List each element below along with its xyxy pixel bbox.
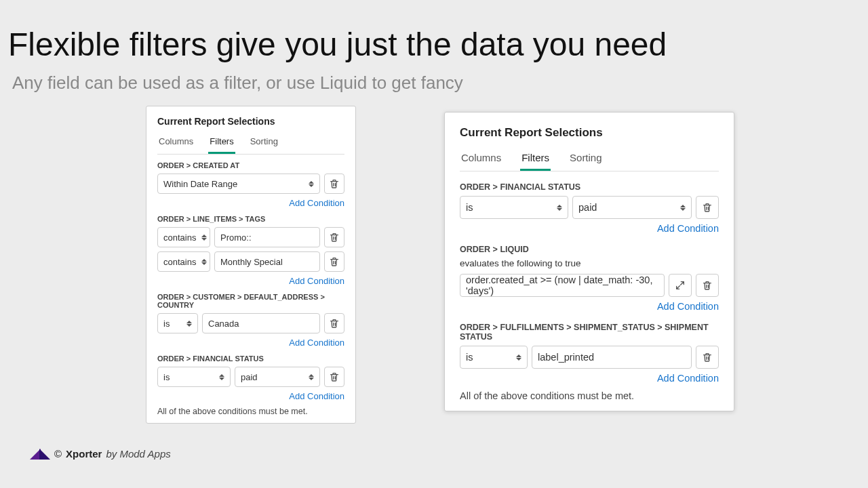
delete-button[interactable] [324, 251, 344, 272]
operator-select[interactable]: is [460, 346, 528, 369]
chevron-updown-icon [309, 181, 314, 187]
delete-button[interactable] [324, 227, 344, 247]
tab-sorting[interactable]: Sorting [249, 134, 279, 154]
select-value: contains [163, 232, 196, 243]
operator-select[interactable]: contains [157, 227, 210, 247]
add-condition-link[interactable]: Add Condition [460, 301, 719, 312]
chevron-updown-icon [219, 374, 224, 380]
filter-group-label: ORDER > CUSTOMER > DEFAULT_ADDRESS > COU… [157, 293, 344, 309]
delete-button[interactable] [696, 346, 719, 369]
chevron-updown-icon [201, 235, 207, 241]
chevron-updown-icon [680, 205, 686, 211]
chevron-updown-icon [186, 321, 192, 327]
delete-button[interactable] [324, 174, 344, 194]
add-condition-link[interactable]: Add Condition [157, 391, 344, 401]
filter-value-input[interactable]: Promo:: [214, 227, 320, 247]
delete-button[interactable] [324, 313, 344, 333]
tabs: Columns Filters Sorting [157, 134, 344, 155]
tabs: Columns Filters Sorting [460, 149, 719, 171]
trash-icon [329, 371, 340, 382]
operator-select[interactable]: is [157, 313, 198, 333]
chevron-updown-icon [201, 259, 207, 265]
trash-icon [329, 318, 340, 329]
filter-value-input[interactable]: Canada [202, 313, 320, 333]
tab-filters[interactable]: Filters [208, 134, 235, 154]
add-condition-link[interactable]: Add Condition [460, 373, 719, 384]
select-value: is [163, 319, 170, 329]
trash-icon [702, 280, 713, 291]
delete-button[interactable] [696, 196, 719, 219]
chevron-updown-icon [557, 205, 562, 211]
select-value: is [466, 352, 473, 363]
delete-button[interactable] [696, 274, 719, 297]
add-condition-link[interactable]: Add Condition [157, 198, 344, 208]
left-panel: Current Report Selections Columns Filter… [146, 106, 356, 424]
tab-filters[interactable]: Filters [520, 149, 551, 171]
filter-group-label: ORDER > FINANCIAL STATUS [460, 182, 719, 192]
operator-select[interactable]: is [460, 196, 568, 219]
right-panel: Current Report Selections Columns Filter… [444, 112, 734, 411]
page-subtitle: Any field can be used as a filter, or us… [0, 63, 868, 94]
add-condition-link[interactable]: Add Condition [157, 276, 344, 286]
select-value: Within Date Range [163, 179, 237, 189]
trash-icon [329, 256, 340, 267]
copyright: © [54, 448, 62, 460]
select-value: is [163, 372, 170, 382]
value-select[interactable]: paid [235, 367, 320, 387]
tab-columns[interactable]: Columns [157, 134, 195, 154]
panel-title: Current Report Selections [460, 126, 719, 140]
expand-button[interactable] [669, 274, 692, 297]
filter-group-label: ORDER > CREATED AT [157, 161, 344, 169]
filter-group-label: ORDER > FULFILLMENTS > SHIPMENT_STATUS >… [460, 323, 719, 342]
tab-columns[interactable]: Columns [460, 149, 502, 171]
select-value: contains [163, 257, 196, 267]
select-value: paid [241, 372, 258, 382]
trash-icon [702, 202, 713, 213]
trash-icon [702, 352, 713, 363]
add-condition-link[interactable]: Add Condition [460, 223, 719, 234]
chevron-updown-icon [516, 354, 521, 361]
value-select[interactable]: paid [572, 196, 692, 219]
operator-select[interactable]: contains [157, 251, 210, 272]
select-value: paid [578, 202, 597, 213]
filter-group-label: ORDER > LINE_ITEMS > TAGS [157, 215, 344, 223]
product-name: Xporter [66, 448, 102, 460]
page-title: Flexible filters give you just the data … [0, 0, 868, 63]
trash-icon [329, 232, 340, 243]
conditions-note: All of the above conditions must be met. [460, 390, 719, 401]
filter-value-input[interactable]: label_printed [532, 346, 692, 369]
tab-sorting[interactable]: Sorting [568, 149, 604, 171]
liquid-expression-input[interactable]: order.created_at >= (now | date_math: -3… [460, 274, 665, 297]
select-value: is [466, 202, 473, 213]
operator-select[interactable]: is [157, 367, 231, 387]
filter-value-input[interactable]: Monthly Special [214, 251, 320, 272]
date-range-select[interactable]: Within Date Range [157, 174, 320, 194]
by-line: by Modd Apps [106, 448, 170, 460]
filter-group-label: ORDER > FINANCIAL STATUS [157, 354, 344, 363]
delete-button[interactable] [324, 367, 344, 387]
logo-icon [30, 447, 50, 460]
filter-group-label: ORDER > LIQUID [460, 245, 719, 254]
chevron-updown-icon [309, 374, 314, 380]
conditions-note: All of the above conditions must be met. [157, 407, 344, 416]
expand-icon [675, 280, 686, 291]
footer: © Xporter by Modd Apps [30, 447, 171, 460]
panel-title: Current Report Selections [157, 116, 344, 127]
add-condition-link[interactable]: Add Condition [157, 338, 344, 348]
liquid-desc: evaluates the following to true [460, 258, 719, 268]
trash-icon [329, 178, 340, 189]
